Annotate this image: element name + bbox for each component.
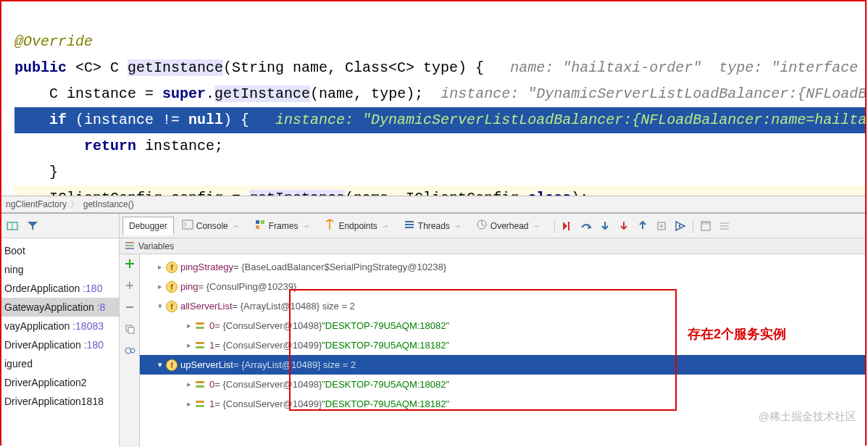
variable-row-selected[interactable]: ▾ f upServerList = {ArrayList@10489} siz…	[140, 355, 865, 375]
svg-rect-3	[256, 220, 259, 224]
threads-icon	[404, 219, 415, 233]
endpoints-icon	[324, 219, 335, 233]
variable-row[interactable]: ▸ f ping = {ConsulPing@10239}	[140, 277, 865, 296]
svg-rect-19	[125, 245, 134, 246]
layout-icon[interactable]	[6, 220, 19, 233]
watermark: @稀土掘金技术社区	[759, 410, 856, 424]
variables-header: Variables	[120, 238, 865, 254]
pin-icon: →	[454, 222, 462, 230]
tab-endpoints[interactable]: Endpoints→	[317, 217, 395, 235]
element-icon	[195, 380, 206, 390]
frame-item[interactable]: OrderApplication :180	[1, 279, 119, 298]
tab-debugger[interactable]: Debugger	[122, 217, 174, 235]
frame-item[interactable]: Boot	[1, 241, 119, 260]
tab-overhead[interactable]: Overhead→	[470, 217, 547, 235]
debug-right-pane: Debugger Console→ Frames→ Endpoints→ Thr…	[120, 214, 865, 447]
watches-icon[interactable]	[123, 344, 136, 357]
code-editor[interactable]: @Override public <C> C getInstance(Strin…	[1, 1, 865, 196]
svg-rect-2	[183, 220, 193, 229]
show-execution-icon[interactable]	[561, 220, 574, 233]
evaluate-icon[interactable]	[699, 220, 712, 233]
expand-arrow-icon[interactable]: ▸	[183, 398, 195, 410]
svg-rect-17	[720, 228, 729, 230]
frame-item[interactable]: DriverApplication2	[1, 373, 119, 392]
variable-icon	[124, 239, 135, 253]
highlighted-line: IClientConfig config = getInstance(name,…	[14, 185, 865, 196]
breadcrumb-item[interactable]: getInstance()	[83, 199, 134, 209]
element-icon	[195, 321, 206, 331]
tab-threads[interactable]: Threads→	[397, 217, 468, 235]
variable-row[interactable]: ▸ 0 = {ConsulServer@10498} "DESKTOP-79U5…	[140, 375, 865, 394]
expand-arrow-icon[interactable]: ▸	[154, 262, 166, 273]
variable-row[interactable]: ▸ f pingStrategy = {BaseLoadBalancer$Ser…	[140, 257, 865, 277]
frames-toolbar	[1, 214, 119, 238]
debug-panel: Boot ning OrderApplication :180 GatewayA…	[1, 213, 865, 447]
svg-rect-5	[256, 225, 259, 229]
step-out-icon[interactable]	[636, 220, 649, 233]
step-over-icon[interactable]	[580, 220, 593, 233]
frame-item[interactable]: igured	[1, 354, 119, 373]
expand-arrow-icon[interactable]: ▸	[183, 379, 195, 390]
field-icon: f	[166, 281, 178, 293]
outer-red-frame: @Override public <C> C getInstance(Strin…	[0, 0, 867, 446]
frames-icon	[254, 219, 266, 233]
variables-body: ▸ f pingStrategy = {BaseLoadBalancer$Ser…	[120, 254, 865, 447]
drop-frame-icon[interactable]	[655, 220, 668, 233]
svg-rect-22	[128, 327, 134, 333]
svg-rect-14	[701, 222, 710, 225]
breadcrumb-item[interactable]: ngClientFactory	[6, 199, 67, 209]
variable-row[interactable]: ▸ 1 = {ConsulServer@10499} "DESKTOP-79U5…	[140, 394, 865, 414]
step-into-icon[interactable]	[598, 220, 612, 233]
run-to-cursor-icon[interactable]	[674, 220, 687, 233]
filter-icon[interactable]	[26, 220, 39, 233]
annotation-override: @Override	[14, 33, 93, 50]
collapse-arrow-icon[interactable]: ▾	[154, 301, 166, 312]
tab-frames[interactable]: Frames→	[248, 217, 317, 235]
field-icon: f	[166, 262, 178, 273]
svg-rect-18	[125, 242, 134, 243]
svg-rect-8	[405, 227, 414, 228]
breadcrumb[interactable]: ngClientFactory 〉 getInstance()	[1, 196, 865, 213]
remove-watch-icon[interactable]	[123, 301, 136, 314]
frame-item[interactable]: vayApplication :18083	[1, 317, 119, 335]
frame-item[interactable]: ning	[1, 260, 119, 279]
tab-console[interactable]: Console→	[175, 217, 246, 235]
variables-tree[interactable]: ▸ f pingStrategy = {BaseLoadBalancer$Ser…	[140, 254, 865, 447]
pin-icon: →	[533, 222, 541, 230]
svg-rect-7	[405, 224, 414, 225]
svg-rect-16	[720, 225, 729, 227]
expand-arrow-icon[interactable]: ▸	[154, 281, 166, 293]
copy-icon[interactable]	[123, 322, 136, 335]
annotation-label: 存在2个服务实例	[688, 325, 786, 343]
frame-item-selected[interactable]: GatewayApplication :8	[1, 298, 119, 317]
console-icon	[182, 219, 193, 233]
frame-item[interactable]: DriverApplication :180	[1, 335, 119, 354]
pin-icon: →	[382, 222, 389, 230]
force-step-into-icon[interactable]	[617, 220, 630, 233]
field-icon: f	[166, 301, 178, 312]
separator	[693, 219, 693, 233]
debug-current-line: if (instance != null) { instance: "Dynam…	[14, 107, 865, 133]
debug-tabs: Debugger Console→ Frames→ Endpoints→ Thr…	[120, 214, 865, 238]
frame-item[interactable]: DriverApplication1818	[1, 392, 119, 411]
expand-arrow-icon[interactable]: ▸	[183, 340, 195, 351]
pin-icon: →	[302, 222, 309, 230]
chevron-right-icon: 〉	[70, 199, 79, 209]
trace-icon[interactable]	[718, 220, 731, 233]
element-icon	[195, 341, 206, 351]
variables-gutter	[120, 254, 140, 447]
debug-toolbar	[554, 219, 731, 233]
svg-rect-15	[720, 222, 729, 224]
variable-row[interactable]: ▾ f allServerList = {ArrayList@10488} si…	[140, 296, 865, 316]
frames-pane: Boot ning OrderApplication :180 GatewayA…	[1, 214, 120, 447]
collapse-arrow-icon[interactable]: ▾	[154, 359, 166, 371]
svg-rect-4	[261, 220, 264, 224]
element-icon	[195, 399, 206, 409]
field-icon: f	[166, 359, 178, 371]
frames-list[interactable]: Boot ning OrderApplication :180 GatewayA…	[1, 238, 119, 414]
new-watch-icon[interactable]	[123, 279, 136, 292]
svg-rect-20	[125, 248, 134, 249]
add-watch-icon[interactable]	[123, 257, 136, 270]
expand-arrow-icon[interactable]: ▸	[183, 320, 195, 332]
svg-rect-6	[405, 221, 414, 222]
